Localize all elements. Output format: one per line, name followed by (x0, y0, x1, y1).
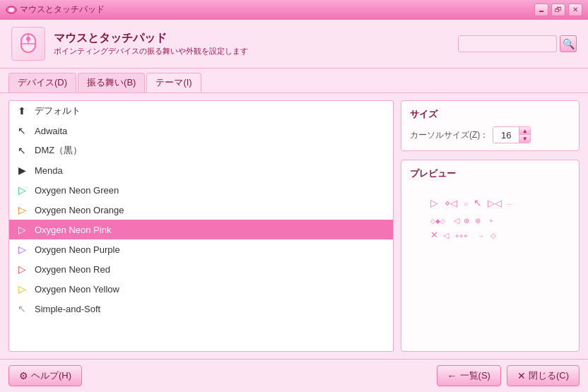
close-label: 閉じる(C) (529, 369, 569, 382)
cursor-icon-menda: ▶ (15, 163, 29, 177)
theme-item-oxygen-neon-yellow[interactable]: ▷ Oxygen Neon Yellow (9, 279, 393, 299)
size-control: カーソルサイズ(Z)： 16 ▲ ▼ (410, 126, 570, 143)
theme-item-oxygen-neon-pink[interactable]: ▷ Oxygen Neon Pink (9, 220, 393, 239)
content: ⬆ デフォルト ↖ Adwaita ↖ DMZ（黒） ▶ Menda ▷ Oxy… (0, 93, 588, 359)
theme-name-default: デフォルト (35, 105, 81, 117)
theme-name-oxygen-neon-purple: Oxygen Neon Purple (35, 244, 120, 255)
theme-item-default[interactable]: ⬆ デフォルト (9, 101, 393, 121)
tabs: デバイス(D) 振る舞い(B) テーマ(I) (0, 69, 588, 93)
header-subtitle: ポインティングデバイスの振る舞いや外観を設定します (54, 46, 449, 57)
svg-rect-5 (26, 37, 30, 41)
preview-canvas: ▷ ⋄◁ ○ ↖ ▷◁ ··· ◇◆◇ ◁ ⊕ ⊛ + ✕ (410, 186, 570, 256)
close-icon: ✕ (517, 370, 526, 381)
svg-text:⊛: ⊛ (475, 217, 481, 225)
close-title-button[interactable]: ✕ (568, 4, 582, 16)
cursor-icon-oxygen-neon-green: ▷ (15, 183, 29, 197)
preview-title: プレビュー (410, 167, 570, 180)
size-title: サイズ (410, 108, 570, 121)
theme-item-dmz-black[interactable]: ↖ DMZ（黒） (9, 141, 393, 160)
footer-right: ← 一覧(S) ✕ 閉じる(C) (437, 365, 580, 386)
cursor-icon-default: ⬆ (15, 104, 29, 118)
search-button[interactable]: 🔍 (560, 35, 577, 52)
titlebar-left: マウスとタッチパッド (6, 4, 105, 16)
svg-text:+: + (489, 218, 493, 225)
svg-text:···: ··· (506, 201, 512, 208)
spinner-up-button[interactable]: ▲ (519, 127, 530, 135)
size-section: サイズ カーソルサイズ(Z)： 16 ▲ ▼ (401, 100, 580, 151)
titlebar-controls: 🗕 🗗 ✕ (534, 4, 582, 16)
footer: ⚙ ヘルプ(H) ← 一覧(S) ✕ 閉じる(C) (0, 359, 588, 392)
svg-text:▷: ▷ (430, 197, 437, 208)
theme-item-oxygen-neon-red[interactable]: ▷ Oxygen Neon Red (9, 259, 393, 279)
theme-name-menda: Menda (35, 165, 63, 176)
help-button[interactable]: ⚙ ヘルプ(H) (8, 365, 82, 386)
tab-behavior[interactable]: 振る舞い(B) (78, 73, 145, 93)
close-button[interactable]: ✕ 閉じる(C) (507, 365, 580, 386)
right-panel: サイズ カーソルサイズ(Z)： 16 ▲ ▼ プレビュー (401, 100, 580, 352)
theme-name-adwaita: Adwaita (35, 126, 67, 136)
cursor-icon-oxygen-neon-pink: ▷ (15, 222, 29, 237)
theme-name-oxygen-neon-red: Oxygen Neon Red (35, 264, 110, 275)
minimize-button[interactable]: 🗕 (534, 4, 548, 16)
svg-text:◁: ◁ (443, 231, 449, 239)
svg-text:▷◁: ▷◁ (487, 198, 501, 208)
svg-text:◁: ◁ (453, 216, 459, 225)
svg-text:→: → (478, 232, 484, 239)
cursor-icon-oxygen-neon-purple: ▷ (15, 242, 29, 256)
header-search: 🔍 (458, 35, 577, 52)
size-label: カーソルサイズ(Z)： (410, 129, 488, 141)
help-icon: ⚙ (19, 370, 28, 381)
cursor-size-input[interactable]: 16 (493, 127, 519, 143)
overview-icon: ← (447, 370, 457, 381)
cursor-icon-oxygen-neon-yellow: ▷ (15, 282, 29, 296)
size-input-wrapper: 16 ▲ ▼ (493, 126, 531, 143)
theme-item-menda[interactable]: ▶ Menda (9, 160, 393, 180)
header-icon (11, 27, 45, 61)
svg-text:◇◆◇: ◇◆◇ (430, 218, 445, 225)
titlebar: マウスとタッチパッド 🗕 🗗 ✕ (0, 0, 588, 20)
titlebar-title: マウスとタッチパッド (20, 4, 105, 16)
svg-text:⊕: ⊕ (464, 217, 469, 225)
search-input[interactable] (458, 35, 557, 52)
help-label: ヘルプ(H) (31, 369, 71, 382)
svg-point-1 (8, 8, 14, 12)
theme-name-oxygen-neon-green: Oxygen Neon Green (35, 185, 119, 196)
theme-name-oxygen-neon-pink: Oxygen Neon Pink (35, 225, 111, 235)
theme-item-adwaita[interactable]: ↖ Adwaita (9, 121, 393, 141)
tab-theme[interactable]: テーマ(I) (146, 73, 201, 93)
theme-name-oxygen-neon-yellow: Oxygen Neon Yellow (35, 284, 119, 295)
header-title: マウスとタッチパッド (54, 31, 449, 46)
svg-text:✕: ✕ (430, 230, 437, 240)
theme-item-simple-and-soft[interactable]: ↖ Simple-and-Soft (9, 299, 393, 319)
theme-item-oxygen-neon-purple[interactable]: ▷ Oxygen Neon Purple (9, 239, 393, 259)
svg-text:○: ○ (464, 200, 468, 208)
header-text: マウスとタッチパッド ポインティングデバイスの振る舞いや外観を設定します (54, 31, 449, 57)
size-spinners: ▲ ▼ (519, 127, 530, 143)
theme-item-oxygen-neon-orange[interactable]: ▷ Oxygen Neon Orange (9, 200, 393, 220)
overview-button[interactable]: ← 一覧(S) (437, 365, 501, 386)
theme-list-panel[interactable]: ⬆ デフォルト ↖ Adwaita ↖ DMZ（黒） ▶ Menda ▷ Oxy… (8, 100, 394, 352)
spinner-down-button[interactable]: ▼ (519, 135, 530, 143)
cursor-icon-oxygen-neon-orange: ▷ (15, 203, 29, 217)
preview-svg: ▷ ⋄◁ ○ ↖ ▷◁ ··· ◇◆◇ ◁ ⊕ ⊛ + ✕ (427, 189, 554, 253)
svg-text:⋄⋄⋄: ⋄⋄⋄ (454, 232, 467, 239)
cursor-icon-adwaita: ↖ (15, 124, 29, 138)
restore-button[interactable]: 🗗 (551, 4, 565, 16)
theme-name-simple-and-soft: Simple-and-Soft (35, 304, 100, 314)
cursor-icon-dmz-black: ↖ (15, 143, 29, 158)
svg-text:◇: ◇ (490, 232, 496, 239)
titlebar-icon (6, 4, 17, 16)
svg-text:↖: ↖ (473, 197, 481, 208)
theme-name-oxygen-neon-orange: Oxygen Neon Orange (35, 205, 124, 215)
preview-section: プレビュー ▷ ⋄◁ ○ ↖ ▷◁ ··· ◇◆◇ ◁ ⊕ (401, 160, 580, 352)
svg-text:⋄◁: ⋄◁ (445, 198, 457, 208)
cursor-icon-simple-and-soft: ↖ (15, 302, 29, 316)
header: マウスとタッチパッド ポインティングデバイスの振る舞いや外観を設定します 🔍 (0, 20, 588, 69)
cursor-icon-oxygen-neon-red: ▷ (15, 262, 29, 276)
overview-label: 一覧(S) (460, 369, 490, 382)
main-window: マウスとタッチパッド ポインティングデバイスの振る舞いや外観を設定します 🔍 デ… (0, 20, 588, 392)
theme-item-oxygen-neon-green[interactable]: ▷ Oxygen Neon Green (9, 180, 393, 200)
tab-devices[interactable]: デバイス(D) (8, 73, 76, 93)
theme-name-dmz-black: DMZ（黒） (35, 144, 82, 157)
